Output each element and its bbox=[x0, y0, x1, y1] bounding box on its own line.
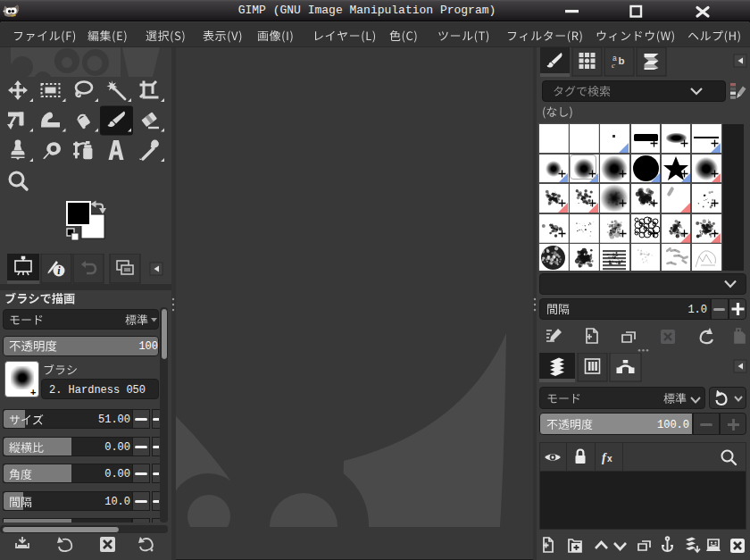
svg-text:b: b bbox=[619, 55, 625, 66]
svg-text:x: x bbox=[607, 454, 612, 464]
svg-text:c: c bbox=[612, 61, 615, 70]
